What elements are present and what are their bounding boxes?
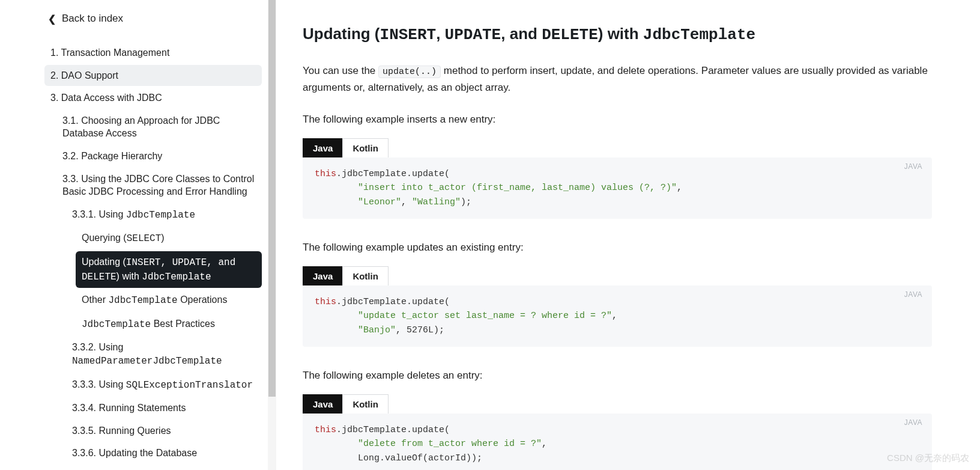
- nav-2[interactable]: 2. DAO Support: [44, 65, 262, 87]
- code-lang-badge: JAVA: [904, 162, 922, 171]
- code-lang-badge: JAVA: [904, 418, 922, 427]
- nav-3-3[interactable]: 3.3. Using the JDBC Core Classes to Cont…: [56, 168, 262, 203]
- nav-other[interactable]: Other JdbcTemplate Operations: [76, 289, 262, 312]
- nav-3-3-2[interactable]: 3.3.2. Using NamedParameterJdbcTemplate: [66, 337, 262, 372]
- back-to-index-label: Back to index: [62, 13, 123, 25]
- intro-text: You can use the: [303, 65, 378, 76]
- tab-java[interactable]: Java: [303, 394, 343, 414]
- nav-querying[interactable]: Querying (SELECT): [76, 227, 262, 250]
- code-tabs: JavaKotlin: [303, 394, 932, 414]
- example-caption: The following example updates an existin…: [303, 239, 932, 255]
- code-content: this.jdbcTemplate.update( "update t_acto…: [315, 295, 920, 337]
- code-tabs: JavaKotlin: [303, 266, 932, 286]
- nav-3[interactable]: 3. Data Access with JDBC: [44, 87, 262, 109]
- example-caption: The following example inserts a new entr…: [303, 111, 932, 127]
- page-title: Updating (INSERT, UPDATE, and DELETE) wi…: [303, 24, 932, 46]
- nav-3-3-3[interactable]: 3.3.3. Using SQLExceptionTranslator: [66, 374, 262, 397]
- back-to-index-link[interactable]: ❮ Back to index: [48, 11, 262, 26]
- example-caption: The following example deletes an entry:: [303, 367, 932, 383]
- code-block: JAVAthis.jdbcTemplate.update( "update t_…: [303, 285, 932, 347]
- main-content: Updating (INSERT, UPDATE, and DELETE) wi…: [276, 0, 980, 470]
- title-text: , and: [501, 25, 542, 43]
- examples-container: The following example inserts a new entr…: [303, 111, 932, 470]
- tab-kotlin[interactable]: Kotlin: [342, 138, 389, 158]
- sidebar-scrollbar-track[interactable]: [268, 0, 276, 470]
- nav-3-3-5[interactable]: 3.3.5. Running Queries: [66, 420, 262, 442]
- title-text: Updating (: [303, 25, 380, 43]
- sidebar-scrollbar-thumb[interactable]: [268, 0, 276, 397]
- nav-3-3-1[interactable]: 3.3.1. Using JdbcTemplate: [66, 204, 262, 227]
- tab-java[interactable]: Java: [303, 266, 343, 286]
- code-content: this.jdbcTemplate.update( "delete from t…: [315, 423, 920, 465]
- title-text: ,: [436, 25, 444, 43]
- title-code: UPDATE: [445, 26, 501, 44]
- nav-3-2[interactable]: 3.2. Package Hierarchy: [56, 145, 262, 167]
- title-code: DELETE: [542, 26, 598, 44]
- nav-best[interactable]: JdbcTemplate Best Practices: [76, 313, 262, 336]
- sidebar-nav-list: 1. Transaction Management2. DAO Support3…: [48, 42, 262, 470]
- nav-1[interactable]: 1. Transaction Management: [44, 42, 262, 64]
- nav-3-3-6[interactable]: 3.3.6. Updating the Database: [66, 442, 262, 464]
- tab-kotlin[interactable]: Kotlin: [342, 394, 389, 414]
- title-text: ) with: [598, 25, 643, 43]
- code-content: this.jdbcTemplate.update( "insert into t…: [315, 167, 920, 209]
- code-tabs: JavaKotlin: [303, 138, 932, 158]
- code-lang-badge: JAVA: [904, 290, 922, 299]
- code-block: JAVAthis.jdbcTemplate.update( "insert in…: [303, 157, 932, 219]
- tab-java[interactable]: Java: [303, 138, 343, 158]
- nav-3-1[interactable]: 3.1. Choosing an Approach for JDBC Datab…: [56, 110, 262, 144]
- nav-3-3-4[interactable]: 3.3.4. Running Statements: [66, 397, 262, 419]
- nav-updating[interactable]: Updating (INSERT, UPDATE, and DELETE) wi…: [76, 251, 262, 288]
- sidebar: ❮ Back to index 1. Transaction Managemen…: [0, 0, 276, 470]
- code-block: JAVAthis.jdbcTemplate.update( "delete fr…: [303, 414, 932, 470]
- chevron-left-icon: ❮: [48, 13, 56, 25]
- tab-kotlin[interactable]: Kotlin: [342, 266, 389, 286]
- intro-paragraph: You can use the update(..) method to per…: [303, 63, 932, 96]
- nav-3-3-7[interactable]: 3.3.7. Retrieving Auto-generated Keys: [66, 465, 262, 470]
- title-code: INSERT: [380, 26, 437, 44]
- inline-code: update(..): [378, 66, 441, 78]
- title-code: JdbcTemplate: [643, 26, 755, 44]
